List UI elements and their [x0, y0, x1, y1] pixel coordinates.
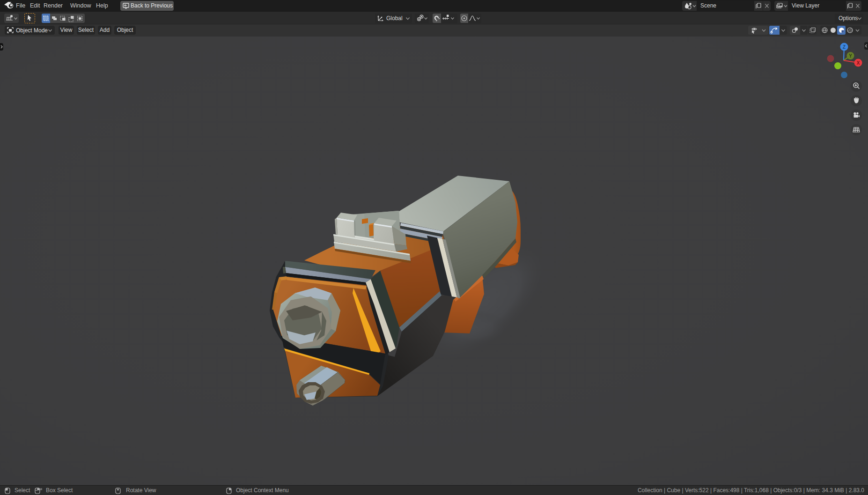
- svg-text:Z: Z: [843, 44, 846, 50]
- svg-text:Y: Y: [849, 53, 852, 59]
- svg-text:X: X: [857, 60, 860, 66]
